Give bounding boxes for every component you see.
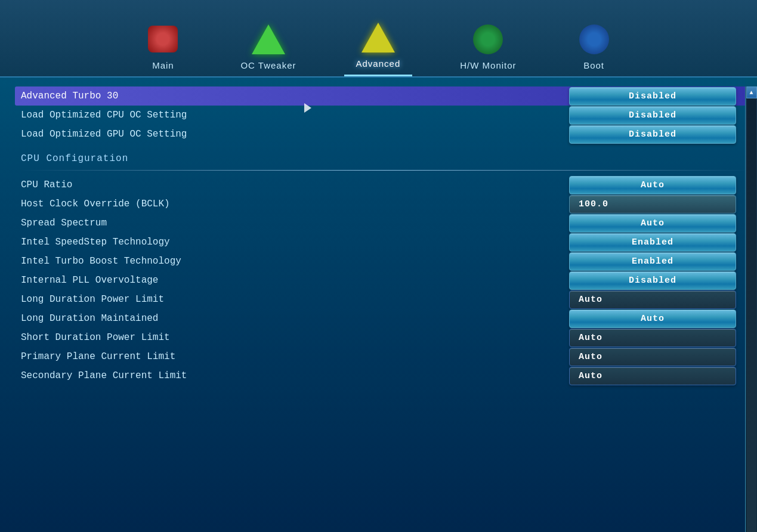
setting-name-col-advanced-turbo-30: Advanced Turbo 30	[15, 86, 569, 106]
value-button-long-duration-maintained[interactable]: Auto	[569, 310, 736, 328]
scrollbar-track[interactable]	[747, 98, 756, 532]
value-button-advanced-turbo-30[interactable]: Disabled	[569, 87, 736, 106]
setting-label-cpu-ratio: CPU Ratio	[21, 180, 72, 190]
nav-item-oc-tweaker[interactable]: OC Tweaker	[228, 23, 308, 76]
nav-item-advanced[interactable]: Advanced	[344, 21, 413, 76]
section-header-cpu-config-header: CPU Configuration	[15, 144, 754, 169]
setting-row-cpu-ratio[interactable]: CPU RatioAuto	[15, 175, 754, 194]
setting-name-col-load-cpu-oc: Load Optimized CPU OC Setting	[15, 106, 569, 125]
value-button-load-gpu-oc[interactable]: Disabled	[569, 125, 736, 144]
boot-icon	[576, 23, 612, 55]
nav-label-advanced: Advanced	[356, 58, 401, 69]
hw-monitor-icon	[470, 23, 506, 55]
setting-label-load-gpu-oc: Load Optimized GPU OC Setting	[21, 129, 187, 140]
setting-name-col-long-duration-power: Long Duration Power Limit	[15, 290, 569, 309]
setting-row-load-cpu-oc[interactable]: Load Optimized CPU OC SettingDisabled	[15, 106, 754, 125]
main-content: Advanced Turbo 30DisabledLoad Optimized …	[0, 78, 757, 532]
nav-item-hw-monitor[interactable]: H/W Monitor	[448, 23, 528, 76]
divider-cpu-config-header	[21, 170, 748, 171]
setting-row-load-gpu-oc[interactable]: Load Optimized GPU OC SettingDisabled	[15, 125, 754, 144]
scrollbar[interactable]: ▲	[745, 86, 757, 532]
setting-row-primary-plane[interactable]: Primary Plane Current LimitAuto	[15, 347, 754, 366]
setting-row-intel-turbo[interactable]: Intel Turbo Boost TechnologyEnabled	[15, 252, 754, 271]
setting-value-col-short-duration-power[interactable]: Auto	[569, 329, 754, 347]
value-button-intel-turbo[interactable]: Enabled	[569, 252, 736, 271]
setting-name-col-internal-pll: Internal PLL Overvoltage	[15, 271, 569, 290]
value-button-spread-spectrum[interactable]: Auto	[569, 214, 736, 233]
setting-label-spread-spectrum: Spread Spectrum	[21, 218, 107, 228]
setting-name-col-intel-turbo: Intel Turbo Boost Technology	[15, 252, 569, 271]
setting-value-col-host-clock[interactable]: 100.0	[569, 195, 754, 214]
setting-label-intel-speedstep: Intel SpeedStep Technology	[21, 237, 170, 248]
value-button-host-clock[interactable]: 100.0	[569, 195, 736, 214]
nav-label-main: Main	[152, 60, 174, 70]
advanced-icon	[360, 21, 396, 54]
setting-value-col-secondary-plane[interactable]: Auto	[569, 367, 754, 385]
setting-value-col-cpu-ratio[interactable]: Auto	[569, 176, 754, 194]
value-button-long-duration-power[interactable]: Auto	[569, 290, 736, 309]
nav-item-main[interactable]: Main	[133, 23, 193, 76]
value-button-cpu-ratio[interactable]: Auto	[569, 176, 736, 194]
top-navigation: Main OC Tweaker Advanced H/W Monitor Boo…	[0, 0, 757, 78]
value-button-load-cpu-oc[interactable]: Disabled	[569, 106, 736, 125]
setting-label-intel-turbo: Intel Turbo Boost Technology	[21, 256, 181, 267]
setting-name-col-cpu-ratio: CPU Ratio	[15, 175, 569, 194]
setting-value-col-load-cpu-oc[interactable]: Disabled	[569, 106, 754, 125]
settings-list: Advanced Turbo 30DisabledLoad Optimized …	[15, 86, 754, 385]
setting-value-col-internal-pll[interactable]: Disabled	[569, 271, 754, 290]
setting-row-spread-spectrum[interactable]: Spread SpectrumAuto	[15, 214, 754, 233]
setting-value-col-spread-spectrum[interactable]: Auto	[569, 214, 754, 233]
setting-row-intel-speedstep[interactable]: Intel SpeedStep TechnologyEnabled	[15, 233, 754, 252]
setting-name-col-load-gpu-oc: Load Optimized GPU OC Setting	[15, 125, 569, 144]
value-button-short-duration-power[interactable]: Auto	[569, 329, 736, 347]
value-button-primary-plane[interactable]: Auto	[569, 348, 736, 366]
setting-row-internal-pll[interactable]: Internal PLL OvervoltageDisabled	[15, 271, 754, 290]
setting-label-primary-plane: Primary Plane Current Limit	[21, 351, 175, 362]
setting-name-col-intel-speedstep: Intel SpeedStep Technology	[15, 233, 569, 252]
value-button-secondary-plane[interactable]: Auto	[569, 367, 736, 385]
setting-name-col-host-clock: Host Clock Override (BCLK)	[15, 194, 569, 214]
setting-row-short-duration-power[interactable]: Short Duration Power LimitAuto	[15, 328, 754, 347]
setting-label-short-duration-power: Short Duration Power Limit	[21, 332, 170, 343]
main-icon	[145, 23, 181, 55]
setting-name-col-spread-spectrum: Spread Spectrum	[15, 214, 569, 233]
value-button-internal-pll[interactable]: Disabled	[569, 271, 736, 290]
setting-value-col-long-duration-power[interactable]: Auto	[569, 290, 754, 309]
nav-label-oc-tweaker: OC Tweaker	[240, 60, 296, 70]
setting-label-host-clock: Host Clock Override (BCLK)	[21, 199, 170, 209]
scrollbar-up-button[interactable]: ▲	[746, 86, 757, 98]
setting-row-advanced-turbo-30[interactable]: Advanced Turbo 30Disabled	[15, 86, 754, 106]
setting-label-internal-pll: Internal PLL Overvoltage	[21, 275, 158, 286]
setting-name-col-short-duration-power: Short Duration Power Limit	[15, 328, 569, 347]
setting-row-secondary-plane[interactable]: Secondary Plane Current LimitAuto	[15, 366, 754, 385]
setting-name-col-long-duration-maintained: Long Duration Maintained	[15, 309, 569, 328]
setting-value-col-primary-plane[interactable]: Auto	[569, 348, 754, 366]
setting-value-col-advanced-turbo-30[interactable]: Disabled	[569, 87, 754, 106]
setting-name-cpu-config-header: CPU Configuration	[21, 153, 128, 164]
nav-label-hw-monitor: H/W Monitor	[460, 60, 516, 70]
up-arrow-icon: ▲	[749, 89, 753, 96]
setting-row-long-duration-maintained[interactable]: Long Duration MaintainedAuto	[15, 309, 754, 328]
setting-value-col-long-duration-maintained[interactable]: Auto	[569, 310, 754, 328]
setting-row-long-duration-power[interactable]: Long Duration Power LimitAuto	[15, 290, 754, 309]
setting-label-long-duration-maintained: Long Duration Maintained	[21, 313, 158, 324]
setting-label-load-cpu-oc: Load Optimized CPU OC Setting	[21, 110, 187, 120]
setting-label-long-duration-power: Long Duration Power Limit	[21, 294, 164, 305]
setting-row-host-clock[interactable]: Host Clock Override (BCLK)100.0	[15, 194, 754, 214]
value-button-intel-speedstep[interactable]: Enabled	[569, 233, 736, 252]
setting-name-col-primary-plane: Primary Plane Current Limit	[15, 347, 569, 366]
setting-value-col-load-gpu-oc[interactable]: Disabled	[569, 125, 754, 144]
setting-label-advanced-turbo-30: Advanced Turbo 30	[21, 91, 118, 101]
setting-name-col-secondary-plane: Secondary Plane Current Limit	[15, 366, 569, 385]
setting-value-col-intel-speedstep[interactable]: Enabled	[569, 233, 754, 252]
settings-area: Advanced Turbo 30DisabledLoad Optimized …	[0, 86, 757, 532]
oc-tweaker-icon	[251, 23, 286, 55]
setting-value-col-intel-turbo[interactable]: Enabled	[569, 252, 754, 271]
nav-item-boot[interactable]: Boot	[564, 23, 624, 76]
setting-label-secondary-plane: Secondary Plane Current Limit	[21, 370, 187, 381]
nav-label-boot: Boot	[583, 60, 604, 70]
